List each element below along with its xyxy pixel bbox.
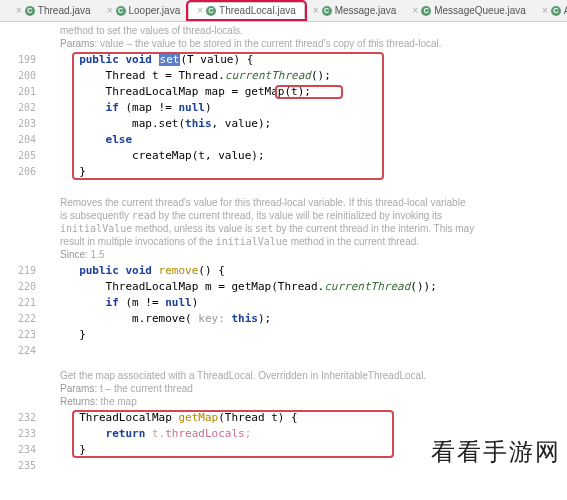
code-area[interactable]: public void remove() { ThreadLocalMap m …	[42, 263, 567, 359]
line-number: 235	[0, 458, 36, 474]
line-number: 224	[0, 343, 36, 359]
code-line[interactable]: if (m != null)	[42, 295, 567, 311]
tab-label: Looper.java	[129, 5, 181, 16]
doc-params-label: Params:	[60, 38, 97, 49]
java-class-icon: C	[116, 6, 126, 16]
line-number: 203	[0, 116, 36, 132]
close-icon[interactable]: ×	[16, 5, 22, 16]
line-number: 204	[0, 132, 36, 148]
tab-message[interactable]: ×CMessage.java	[305, 3, 405, 18]
line-number: 219	[0, 263, 36, 279]
code-line[interactable]: Thread t = Thread.currentThread();	[42, 68, 567, 84]
code-line[interactable]: else	[42, 132, 567, 148]
doc-text: method to set the values of thread-local…	[60, 24, 480, 37]
code-editor-block-set[interactable]: 199 200 201 202 203 204 205 206 public v…	[0, 52, 567, 180]
code-line[interactable]: }	[42, 327, 567, 343]
line-number: 202	[0, 100, 36, 116]
line-number: 223	[0, 327, 36, 343]
code-line[interactable]: if (map != null)	[42, 100, 567, 116]
code-line[interactable]	[42, 343, 567, 359]
doc-params-text: value – the value to be stored in the cu…	[97, 38, 441, 49]
java-class-icon: C	[25, 6, 35, 16]
code-line[interactable]: map.set(this, value);	[42, 116, 567, 132]
javadoc-remove: Removes the current thread's value for t…	[0, 194, 480, 263]
close-icon[interactable]: ×	[313, 5, 319, 16]
doc-since-label: Since:	[60, 249, 88, 260]
code-line[interactable]: public void set(T value) {	[42, 52, 567, 68]
tab-looper[interactable]: ×CLooper.java	[99, 3, 189, 18]
line-number: 220	[0, 279, 36, 295]
java-class-icon: C	[322, 6, 332, 16]
close-icon[interactable]: ×	[412, 5, 418, 16]
code-line[interactable]: ThreadLocalMap getMap(Thread t) {	[42, 410, 567, 426]
line-number: 200	[0, 68, 36, 84]
close-icon[interactable]: ×	[197, 5, 203, 16]
tab-thread[interactable]: ×CThread.java	[8, 3, 99, 18]
doc-returns-label: Returns:	[60, 396, 98, 407]
editor-tabs: ×CThread.java ×CLooper.java ×CThreadLoca…	[0, 0, 567, 22]
code-line[interactable]: createMap(t, value);	[42, 148, 567, 164]
javadoc-set: method to set the values of thread-local…	[0, 22, 480, 52]
line-number: 201	[0, 84, 36, 100]
line-number: 232	[0, 410, 36, 426]
line-number: 221	[0, 295, 36, 311]
close-icon[interactable]: ×	[107, 5, 113, 16]
doc-line: Get the map associated with a ThreadLoca…	[60, 369, 480, 382]
close-icon[interactable]: ×	[542, 5, 548, 16]
java-class-icon: C	[551, 6, 561, 16]
java-class-icon: C	[421, 6, 431, 16]
line-number: 205	[0, 148, 36, 164]
tab-label: ThreadLocal.java	[219, 5, 296, 16]
watermark-text: 看看手游网	[431, 436, 561, 468]
line-gutter: 219 220 221 222 223 224	[0, 263, 42, 359]
code-line[interactable]: ThreadLocalMap map = getMap(t);	[42, 84, 567, 100]
line-number: 199	[0, 52, 36, 68]
line-number: 222	[0, 311, 36, 327]
line-gutter: 199 200 201 202 203 204 205 206	[0, 52, 42, 180]
line-number: 234	[0, 442, 36, 458]
tab-label: Message.java	[335, 5, 397, 16]
java-class-icon: C	[206, 6, 216, 16]
tab-activitythread[interactable]: ×CActivityThread.java	[534, 3, 567, 18]
code-line[interactable]: }	[42, 164, 567, 180]
line-gutter: 232 233 234 235	[0, 410, 42, 474]
line-number: 233	[0, 426, 36, 442]
doc-params-label: Params:	[60, 383, 97, 394]
line-number: 206	[0, 164, 36, 180]
tab-messagequeue[interactable]: ×CMessageQueue.java	[404, 3, 534, 18]
doc-line: Removes the current thread's value for t…	[60, 196, 480, 209]
code-line[interactable]: m.remove( key: this);	[42, 311, 567, 327]
code-line[interactable]: public void remove() {	[42, 263, 567, 279]
javadoc-getmap: Get the map associated with a ThreadLoca…	[0, 367, 480, 410]
code-editor-block-remove[interactable]: 219 220 221 222 223 224 public void remo…	[0, 263, 567, 359]
tab-threadlocal[interactable]: ×CThreadLocal.java	[188, 2, 305, 19]
code-line[interactable]: ThreadLocalMap m = getMap(Thread.current…	[42, 279, 567, 295]
tab-label: MessageQueue.java	[434, 5, 526, 16]
code-area[interactable]: public void set(T value) { Thread t = Th…	[42, 52, 567, 180]
tab-label: Thread.java	[38, 5, 91, 16]
